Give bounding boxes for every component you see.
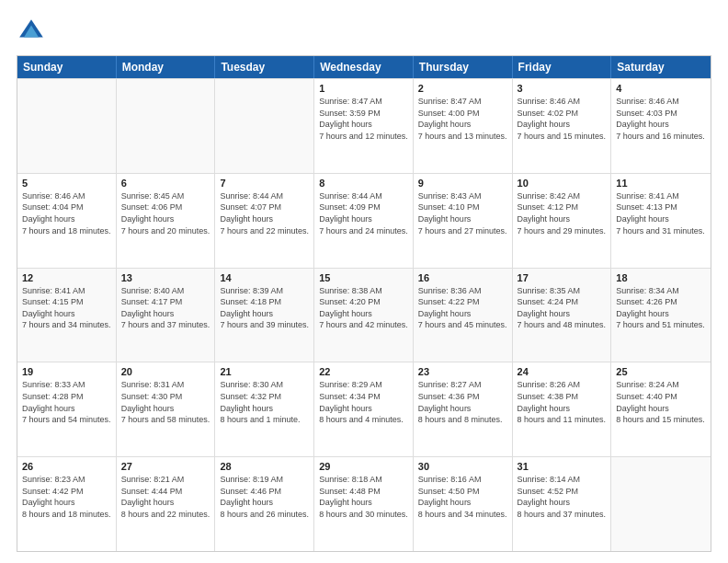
- day-number: 1: [319, 83, 408, 94]
- calendar-row: 12Sunrise: 8:41 AMSunset: 4:15 PMDayligh…: [17, 268, 711, 362]
- logo: [17, 17, 51, 46]
- day-info: Sunrise: 8:46 AMSunset: 4:03 PMDaylight …: [616, 96, 706, 142]
- day-info: Sunrise: 8:41 AMSunset: 4:15 PMDaylight …: [22, 285, 111, 331]
- day-number: 22: [319, 366, 408, 377]
- day-info: Sunrise: 8:40 AMSunset: 4:17 PMDaylight …: [121, 285, 210, 331]
- calendar-row: 1Sunrise: 8:47 AMSunset: 3:59 PMDaylight…: [17, 78, 711, 173]
- calendar-cell: 26Sunrise: 8:23 AMSunset: 4:42 PMDayligh…: [17, 457, 117, 551]
- calendar-cell: 3Sunrise: 8:46 AMSunset: 4:02 PMDaylight…: [513, 79, 612, 173]
- calendar-cell: 27Sunrise: 8:21 AMSunset: 4:44 PMDayligh…: [117, 457, 216, 551]
- page: SundayMondayTuesdayWednesdayThursdayFrid…: [0, 0, 728, 563]
- day-number: 3: [518, 83, 607, 94]
- day-number: 15: [319, 272, 408, 283]
- calendar-cell: 21Sunrise: 8:30 AMSunset: 4:32 PMDayligh…: [215, 362, 314, 456]
- day-info: Sunrise: 8:35 AMSunset: 4:24 PMDaylight …: [518, 285, 607, 331]
- calendar-cell: 20Sunrise: 8:31 AMSunset: 4:30 PMDayligh…: [117, 362, 216, 456]
- day-info: Sunrise: 8:47 AMSunset: 3:59 PMDaylight …: [319, 96, 408, 142]
- calendar-cell: 13Sunrise: 8:40 AMSunset: 4:17 PMDayligh…: [117, 269, 216, 362]
- calendar-cell: 17Sunrise: 8:35 AMSunset: 4:24 PMDayligh…: [513, 269, 612, 362]
- day-info: Sunrise: 8:45 AMSunset: 4:06 PMDaylight …: [121, 190, 210, 236]
- day-info: Sunrise: 8:39 AMSunset: 4:18 PMDaylight …: [220, 285, 309, 331]
- day-info: Sunrise: 8:36 AMSunset: 4:22 PMDaylight …: [418, 285, 507, 331]
- calendar-row: 26Sunrise: 8:23 AMSunset: 4:42 PMDayligh…: [17, 456, 711, 551]
- day-number: 23: [418, 366, 507, 377]
- day-number: 16: [418, 272, 507, 283]
- day-number: 6: [121, 178, 210, 189]
- day-number: 28: [220, 461, 309, 472]
- day-info: Sunrise: 8:18 AMSunset: 4:48 PMDaylight …: [319, 474, 408, 520]
- calendar-cell: [611, 457, 711, 551]
- calendar-row: 5Sunrise: 8:46 AMSunset: 4:04 PMDaylight…: [17, 173, 711, 268]
- logo-icon: [17, 17, 46, 46]
- day-info: Sunrise: 8:33 AMSunset: 4:28 PMDaylight …: [22, 379, 111, 425]
- calendar-cell: 28Sunrise: 8:19 AMSunset: 4:46 PMDayligh…: [215, 457, 314, 551]
- day-info: Sunrise: 8:24 AMSunset: 4:40 PMDaylight …: [616, 379, 706, 425]
- day-number: 18: [616, 272, 706, 283]
- calendar-cell: 11Sunrise: 8:41 AMSunset: 4:13 PMDayligh…: [611, 174, 711, 268]
- calendar-cell: 29Sunrise: 8:18 AMSunset: 4:48 PMDayligh…: [314, 457, 414, 551]
- header-cell-wednesday: Wednesday: [314, 56, 414, 78]
- header-cell-tuesday: Tuesday: [215, 56, 314, 78]
- header: [17, 17, 711, 46]
- day-number: 17: [518, 272, 607, 283]
- header-cell-monday: Monday: [117, 56, 216, 78]
- day-info: Sunrise: 8:44 AMSunset: 4:07 PMDaylight …: [220, 190, 309, 236]
- calendar-cell: 7Sunrise: 8:44 AMSunset: 4:07 PMDaylight…: [215, 174, 314, 268]
- day-number: 25: [616, 366, 706, 377]
- day-info: Sunrise: 8:34 AMSunset: 4:26 PMDaylight …: [616, 285, 706, 331]
- day-number: 19: [22, 366, 111, 377]
- calendar-cell: 25Sunrise: 8:24 AMSunset: 4:40 PMDayligh…: [611, 362, 711, 456]
- day-info: Sunrise: 8:19 AMSunset: 4:46 PMDaylight …: [220, 474, 309, 520]
- day-info: Sunrise: 8:47 AMSunset: 4:00 PMDaylight …: [418, 96, 507, 142]
- day-info: Sunrise: 8:21 AMSunset: 4:44 PMDaylight …: [121, 474, 210, 520]
- day-number: 24: [518, 366, 607, 377]
- day-number: 29: [319, 461, 408, 472]
- day-info: Sunrise: 8:14 AMSunset: 4:52 PMDaylight …: [518, 474, 607, 520]
- day-number: 2: [418, 83, 507, 94]
- calendar-row: 19Sunrise: 8:33 AMSunset: 4:28 PMDayligh…: [17, 362, 711, 456]
- calendar: SundayMondayTuesdayWednesdayThursdayFrid…: [17, 55, 711, 552]
- calendar-cell: 10Sunrise: 8:42 AMSunset: 4:12 PMDayligh…: [513, 174, 612, 268]
- calendar-header: SundayMondayTuesdayWednesdayThursdayFrid…: [17, 56, 711, 78]
- day-number: 12: [22, 272, 111, 283]
- calendar-cell: 1Sunrise: 8:47 AMSunset: 3:59 PMDaylight…: [314, 79, 414, 173]
- day-info: Sunrise: 8:44 AMSunset: 4:09 PMDaylight …: [319, 190, 408, 236]
- day-number: 10: [518, 178, 607, 189]
- day-number: 7: [220, 178, 309, 189]
- day-number: 8: [319, 178, 408, 189]
- calendar-cell: [17, 79, 117, 173]
- day-info: Sunrise: 8:16 AMSunset: 4:50 PMDaylight …: [418, 474, 507, 520]
- day-info: Sunrise: 8:23 AMSunset: 4:42 PMDaylight …: [22, 474, 111, 520]
- day-number: 13: [121, 272, 210, 283]
- calendar-cell: 2Sunrise: 8:47 AMSunset: 4:00 PMDaylight…: [414, 79, 513, 173]
- day-number: 4: [616, 83, 706, 94]
- day-number: 20: [121, 366, 210, 377]
- day-info: Sunrise: 8:26 AMSunset: 4:38 PMDaylight …: [518, 379, 607, 425]
- calendar-cell: 22Sunrise: 8:29 AMSunset: 4:34 PMDayligh…: [314, 362, 414, 456]
- day-info: Sunrise: 8:41 AMSunset: 4:13 PMDaylight …: [616, 190, 706, 236]
- header-cell-thursday: Thursday: [414, 56, 513, 78]
- calendar-cell: 14Sunrise: 8:39 AMSunset: 4:18 PMDayligh…: [215, 269, 314, 362]
- day-info: Sunrise: 8:42 AMSunset: 4:12 PMDaylight …: [518, 190, 607, 236]
- day-number: 5: [22, 178, 111, 189]
- day-info: Sunrise: 8:30 AMSunset: 4:32 PMDaylight …: [220, 379, 309, 425]
- calendar-cell: 4Sunrise: 8:46 AMSunset: 4:03 PMDaylight…: [611, 79, 711, 173]
- day-info: Sunrise: 8:31 AMSunset: 4:30 PMDaylight …: [121, 379, 210, 425]
- day-info: Sunrise: 8:43 AMSunset: 4:10 PMDaylight …: [418, 190, 507, 236]
- day-number: 9: [418, 178, 507, 189]
- header-cell-sunday: Sunday: [17, 56, 117, 78]
- calendar-cell: [117, 79, 216, 173]
- calendar-cell: 31Sunrise: 8:14 AMSunset: 4:52 PMDayligh…: [513, 457, 612, 551]
- day-info: Sunrise: 8:46 AMSunset: 4:02 PMDaylight …: [518, 96, 607, 142]
- calendar-body: 1Sunrise: 8:47 AMSunset: 3:59 PMDaylight…: [17, 78, 711, 551]
- calendar-cell: 12Sunrise: 8:41 AMSunset: 4:15 PMDayligh…: [17, 269, 117, 362]
- calendar-cell: 15Sunrise: 8:38 AMSunset: 4:20 PMDayligh…: [314, 269, 414, 362]
- day-number: 27: [121, 461, 210, 472]
- day-number: 30: [418, 461, 507, 472]
- day-number: 21: [220, 366, 309, 377]
- header-cell-friday: Friday: [513, 56, 612, 78]
- day-number: 14: [220, 272, 309, 283]
- calendar-cell: 6Sunrise: 8:45 AMSunset: 4:06 PMDaylight…: [117, 174, 216, 268]
- calendar-cell: [215, 79, 314, 173]
- calendar-cell: 8Sunrise: 8:44 AMSunset: 4:09 PMDaylight…: [314, 174, 414, 268]
